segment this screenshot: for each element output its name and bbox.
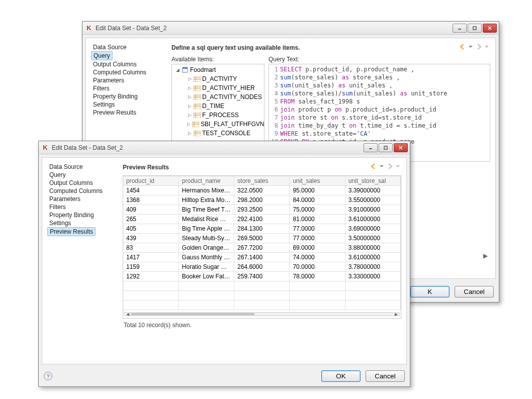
cancel-button[interactable]: Cancel: [366, 370, 405, 382]
cancel-button[interactable]: Cancel: [455, 286, 494, 297]
query-text-label: Query Text:: [269, 56, 490, 63]
nav-item-settings[interactable]: Settings: [91, 101, 166, 109]
table-icon: [194, 112, 201, 118]
scroll-left-icon[interactable]: ◀: [125, 313, 131, 316]
expand-icon[interactable]: ▷: [187, 85, 192, 90]
svg-rect-5: [183, 67, 188, 69]
page-heading: Preview Results: [123, 164, 169, 171]
table-row[interactable]: 1454Hermanos Mixed ...322.050095.00003.3…: [123, 186, 401, 195]
collapse-icon[interactable]: ◢: [175, 67, 180, 72]
scroll-right-icon[interactable]: ▶: [393, 313, 399, 316]
table-row[interactable]: 265Medalist Rice Medly292.410081.00003.6…: [123, 215, 401, 224]
expand-icon[interactable]: ▷: [187, 122, 191, 127]
close-button[interactable]: [483, 24, 497, 33]
maximize-button[interactable]: [379, 143, 393, 152]
nav-item-preview-results[interactable]: Preview Results: [91, 109, 166, 117]
page-heading: Define a sql query text using available …: [171, 44, 300, 51]
table-row[interactable]: 405Big Time Apple Ci...284.130077.00003.…: [123, 224, 401, 234]
ok-button[interactable]: K: [410, 286, 450, 297]
column-header[interactable]: unit_sales: [290, 176, 345, 186]
expand-icon[interactable]: ▷: [187, 113, 192, 118]
nav-item-parameters[interactable]: Parameters: [91, 76, 166, 84]
table-icon: [192, 121, 199, 127]
available-items-label: Available Items:: [171, 56, 264, 63]
ok-button[interactable]: OK: [321, 370, 361, 382]
nav-arrows: [370, 163, 401, 171]
column-header[interactable]: unit_store_sal: [345, 176, 400, 186]
nav-item-filters[interactable]: Filters: [47, 203, 118, 211]
back-icon[interactable]: [370, 163, 377, 171]
nav-list: Data SourceQueryOutput ColumnsComputed C…: [47, 163, 118, 359]
results-table[interactable]: product_idproduct_namestore_salesunit_sa…: [123, 175, 401, 319]
nav-item-data-source[interactable]: Data Source: [47, 163, 118, 171]
table-icon: [194, 85, 201, 91]
tree-item[interactable]: ▷D_ACTIVITY: [173, 74, 263, 83]
window-title: Edit Data Set - Data Set_2: [52, 144, 364, 151]
nav-item-preview-results[interactable]: Preview Results: [47, 227, 96, 236]
nav-item-query[interactable]: Query: [91, 51, 113, 60]
tree-item[interactable]: ▷D_TIME: [173, 102, 263, 111]
column-header[interactable]: product_id: [123, 176, 179, 186]
dropdown-icon[interactable]: [483, 43, 490, 52]
help-icon[interactable]: ?: [44, 372, 52, 380]
nav-item-query[interactable]: Query: [47, 171, 118, 179]
table-icon: [194, 94, 201, 100]
table-icon: [194, 130, 201, 136]
table-row[interactable]: 83Golden Orange Fo...267.720069.00003.88…: [123, 243, 401, 253]
tree-item[interactable]: ▷D_ACTIVITY_HIER: [173, 83, 263, 92]
nav-arrows: [459, 43, 490, 52]
nav-item-settings[interactable]: Settings: [47, 219, 118, 227]
table-icon: [194, 76, 201, 82]
tree-item[interactable]: ▷TEST_CONSOLE: [173, 129, 263, 138]
tree-item[interactable]: ▷SBI_FLAT_UTFHFGVNY: [173, 120, 263, 129]
tree-item[interactable]: ▷F_PROCESS: [173, 111, 263, 120]
forward-icon[interactable]: [386, 163, 393, 171]
table-row[interactable]: 409Big Time Beef TV ...293.250075.00003.…: [123, 205, 401, 215]
expand-icon[interactable]: ▷: [187, 104, 192, 109]
table-row[interactable]: 1417Gauss Monthly Co...267.140074.00003.…: [123, 253, 401, 262]
minimize-button[interactable]: [453, 24, 467, 33]
status-text: Total 10 record(s) shown.: [123, 319, 401, 330]
close-button[interactable]: [394, 143, 408, 152]
nav-item-filters[interactable]: Filters: [91, 84, 166, 92]
scroll-right-icon[interactable]: ▶: [483, 252, 490, 259]
app-icon: K: [85, 25, 93, 32]
scrollbar-thumb[interactable]: [131, 313, 254, 315]
tree-root-label[interactable]: Foodmart: [190, 66, 216, 73]
titlebar[interactable]: K Edit Data Set - Data Set_2: [39, 141, 410, 154]
table-row[interactable]: 1159Horatio Sugar Co...264.600070.00003.…: [123, 262, 401, 272]
datasource-icon: [182, 67, 189, 73]
tree-item[interactable]: ▷D_ACTIVITY_NODES: [173, 92, 263, 102]
nav-item-computed-columns[interactable]: Computed Columns: [91, 68, 166, 76]
column-header[interactable]: product_name: [179, 176, 234, 186]
maximize-button[interactable]: [468, 24, 482, 33]
nav-item-property-binding[interactable]: Property Binding: [91, 92, 166, 101]
window-preview: K Edit Data Set - Data Set_2 Data Source…: [38, 141, 410, 387]
back-icon[interactable]: [459, 43, 466, 52]
nav-item-output-columns[interactable]: Output Columns: [91, 60, 166, 68]
horizontal-scrollbar[interactable]: ◀ ▶: [124, 312, 400, 316]
dropdown-icon[interactable]: [467, 43, 474, 52]
svg-rect-1: [473, 27, 476, 30]
nav-item-property-binding[interactable]: Property Binding: [47, 211, 118, 219]
expand-icon[interactable]: ▷: [187, 94, 192, 99]
table-row[interactable]: 1292Booker Low Fat C...259.740078.00003.…: [123, 272, 401, 281]
nav-item-parameters[interactable]: Parameters: [47, 195, 118, 203]
expand-icon[interactable]: ▷: [187, 76, 192, 81]
table-icon: [194, 103, 201, 109]
dropdown-icon[interactable]: [394, 163, 401, 171]
minimize-button[interactable]: [364, 143, 378, 152]
column-header[interactable]: store_sales: [234, 176, 290, 186]
svg-rect-35: [384, 146, 387, 149]
forward-icon[interactable]: [475, 43, 482, 52]
table-row[interactable]: 1368Hilltop Extra Moist...298.200084.000…: [123, 195, 401, 205]
nav-item-output-columns[interactable]: Output Columns: [47, 179, 118, 187]
dropdown-icon[interactable]: [378, 163, 385, 171]
app-icon: K: [42, 144, 49, 151]
nav-item-data-source[interactable]: Data Source: [91, 43, 166, 51]
expand-icon[interactable]: ▷: [187, 131, 192, 136]
window-title: Edit Data Set - Data Set_2: [96, 25, 453, 32]
nav-item-computed-columns[interactable]: Computed Columns: [47, 187, 118, 195]
table-row[interactable]: 439Steady Multi-Sym...269.500077.00003.5…: [123, 234, 401, 243]
titlebar[interactable]: K Edit Data Set - Data Set_2: [82, 22, 499, 35]
